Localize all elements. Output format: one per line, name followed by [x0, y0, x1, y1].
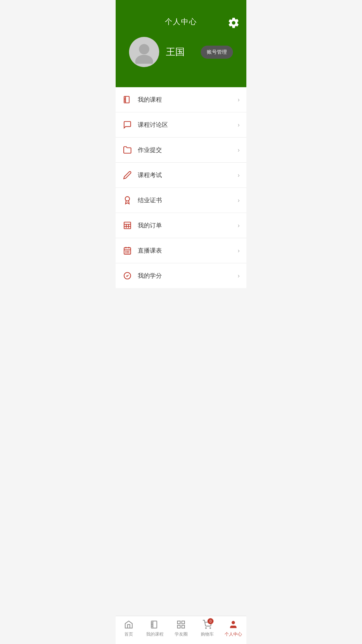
nav-item-profile[interactable]: 个人中心 — [220, 620, 246, 637]
nav-item-home[interactable]: 首页 — [116, 620, 142, 637]
folder-icon — [122, 145, 132, 155]
nav-label-profile: 个人中心 — [225, 631, 242, 637]
nav-label-cart: 购物车 — [201, 631, 214, 637]
calendar-icon — [122, 246, 132, 256]
menu-list: 我的课程 › 课程讨论区 › 作业提 — [116, 87, 246, 288]
menu-label-my-courses: 我的课程 — [138, 96, 238, 104]
orders-icon — [122, 220, 132, 230]
svg-rect-4 — [124, 222, 131, 229]
menu-item-my-orders[interactable]: 我的订单 › — [116, 213, 246, 238]
chevron-icon-my-orders: › — [238, 222, 240, 229]
chevron-icon-homework-submit: › — [238, 147, 240, 154]
svg-rect-20 — [182, 625, 184, 628]
profile-section: 王国 账号管理 — [122, 37, 240, 77]
menu-label-my-credits: 我的学分 — [138, 272, 238, 280]
chevron-icon-course-exam: › — [238, 172, 240, 179]
menu-item-homework-submit[interactable]: 作业提交 › — [116, 138, 246, 163]
cart-badge: 0 — [207, 618, 214, 624]
menu-item-my-credits[interactable]: 我的学分 › — [116, 263, 246, 288]
chevron-icon-live-schedule: › — [238, 247, 240, 254]
nav-label-my-courses: 我的课程 — [146, 631, 164, 637]
person-icon — [228, 620, 238, 630]
book-icon — [122, 95, 132, 105]
grid-icon — [176, 620, 186, 630]
check-circle-icon — [122, 271, 132, 281]
svg-rect-19 — [178, 625, 180, 628]
nav-item-my-courses[interactable]: 我的课程 — [142, 620, 168, 637]
chevron-icon-course-discussion: › — [238, 121, 240, 128]
nav-label-home: 首页 — [124, 631, 133, 637]
content-area: 我的课程 › 课程讨论区 › 作业提 — [116, 87, 246, 644]
nav-item-friends[interactable]: 学友圈 — [168, 620, 194, 637]
menu-label-live-schedule: 直播课表 — [138, 247, 238, 255]
cart-icon: 0 — [202, 620, 212, 630]
menu-item-live-schedule[interactable]: 直播课表 › — [116, 238, 246, 263]
svg-point-0 — [139, 44, 149, 54]
menu-label-homework-submit: 作业提交 — [138, 146, 238, 154]
chat-icon — [122, 120, 132, 130]
award-icon — [122, 195, 132, 205]
chevron-icon-certificate: › — [238, 197, 240, 204]
nav-item-cart[interactable]: 0 购物车 — [194, 620, 220, 637]
username: 王国 — [166, 46, 194, 58]
svg-rect-18 — [182, 621, 184, 624]
avatar — [129, 37, 159, 67]
menu-item-course-discussion[interactable]: 课程讨论区 › — [116, 112, 246, 138]
account-manage-button[interactable]: 账号管理 — [201, 46, 233, 59]
settings-icon[interactable] — [228, 17, 240, 29]
pencil-icon — [122, 170, 132, 180]
menu-item-my-courses[interactable]: 我的课程 › — [116, 87, 246, 112]
bottom-navigation: 首页 我的课程 学友圈 — [116, 616, 246, 644]
svg-rect-17 — [178, 621, 180, 624]
menu-label-course-exam: 课程考试 — [138, 171, 238, 179]
nav-label-friends: 学友圈 — [175, 631, 188, 637]
menu-label-course-discussion: 课程讨论区 — [138, 121, 238, 129]
svg-point-3 — [125, 197, 130, 201]
chevron-icon-my-credits: › — [238, 272, 240, 279]
svg-point-21 — [205, 628, 206, 628]
courses-nav-icon — [150, 620, 160, 630]
menu-item-course-exam[interactable]: 课程考试 › — [116, 163, 246, 188]
chevron-icon-my-courses: › — [238, 96, 240, 103]
page-title: 个人中心 — [122, 17, 240, 27]
menu-label-my-orders: 我的订单 — [138, 221, 238, 229]
header: 个人中心 王国 账号管理 — [116, 0, 246, 87]
home-icon — [124, 620, 134, 630]
menu-label-certificate: 结业证书 — [138, 196, 238, 204]
svg-point-23 — [232, 621, 235, 624]
svg-point-1 — [135, 55, 153, 64]
svg-point-22 — [210, 628, 210, 628]
menu-item-certificate[interactable]: 结业证书 › — [116, 188, 246, 213]
